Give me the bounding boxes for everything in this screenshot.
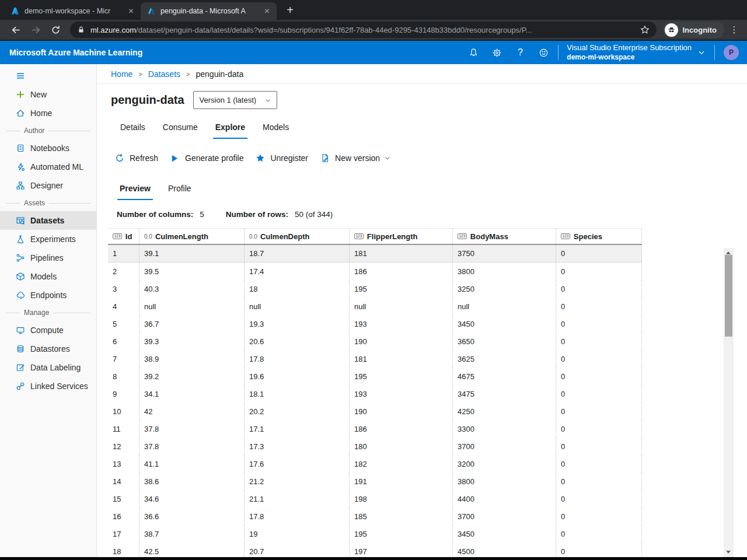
table-row-12[interactable]: 1237.817.318037000 <box>108 438 642 455</box>
notifications-bell-icon[interactable] <box>462 41 485 64</box>
breadcrumb-datasets[interactable]: Datasets <box>148 69 180 79</box>
new-tab-button[interactable]: + <box>282 3 298 18</box>
table-row-3[interactable]: 340.31819532500 <box>108 280 642 298</box>
table-row-6[interactable]: 639.320.619036500 <box>108 332 642 350</box>
sidebar-item-data-labeling[interactable]: Data Labeling <box>0 358 96 377</box>
browser-tab-active[interactable]: penguin-data - Microsoft A ✕ <box>141 2 277 20</box>
browser-tab-inactive[interactable]: demo-ml-workspace - Micr ✕ <box>5 2 141 20</box>
table-row-13[interactable]: 1341.117.618232000 <box>108 455 642 473</box>
refresh-button[interactable]: Refresh <box>114 153 158 163</box>
subtab-profile[interactable]: Profile <box>166 184 194 200</box>
cell: 39.5 <box>139 262 244 280</box>
unregister-button[interactable]: Unregister <box>255 153 308 163</box>
sidebar-item-pipelines[interactable]: Pipelines <box>0 249 96 267</box>
float-type-icon: 0.0 <box>144 233 152 240</box>
column-header-culmenlength[interactable]: 0.0CulmenLength <box>139 229 244 244</box>
integer-type-icon: 123 <box>561 233 570 240</box>
cell: 3 <box>108 280 139 298</box>
sidebar-item-notebooks[interactable]: Notebooks <box>0 139 96 158</box>
tab-consume[interactable]: Consume <box>160 123 200 139</box>
feedback-smiley-icon[interactable] <box>532 41 555 64</box>
tab-explore[interactable]: Explore <box>213 123 247 139</box>
cell: 3750 <box>452 245 556 262</box>
designer-icon <box>15 181 25 191</box>
column-header-culmendepth[interactable]: 0.0CulmenDepth <box>244 229 349 244</box>
sidebar-item-models[interactable]: Models <box>0 267 96 286</box>
tab-close-icon[interactable]: ✕ <box>126 6 136 16</box>
tab-models[interactable]: Models <box>260 123 291 139</box>
cell: 0 <box>556 420 642 438</box>
table-row-17[interactable]: 1738.71919534500 <box>108 525 642 542</box>
sidebar-item-designer[interactable]: Designer <box>0 176 96 195</box>
azure-ml-favicon <box>146 6 156 16</box>
cell: 4675 <box>452 368 556 385</box>
table-row-8[interactable]: 839.219.619546750 <box>108 368 642 385</box>
reload-icon[interactable] <box>47 22 64 38</box>
help-icon[interactable]: ? <box>508 41 532 64</box>
sidebar-item-datasets[interactable]: Datasets <box>0 211 96 230</box>
sidebar-item-linked-services[interactable]: Linked Services <box>0 377 96 396</box>
breadcrumb: Home > Datasets > penguin-data <box>97 64 747 84</box>
integer-type-icon: 123 <box>354 233 364 240</box>
workspace-selector[interactable]: Visual Studio Enterprise Subscription de… <box>567 43 692 62</box>
back-icon[interactable] <box>8 22 24 38</box>
forward-icon[interactable] <box>27 22 44 38</box>
table-row-10[interactable]: 104220.219042500 <box>108 402 642 420</box>
sidebar-item-endpoints[interactable]: Endpoints <box>0 286 96 304</box>
generate-profile-button[interactable]: Generate profile <box>170 153 243 163</box>
table-row-1[interactable]: 139.118.718137500 <box>108 245 642 262</box>
cell: 19.6 <box>244 368 349 385</box>
float-type-icon: 0.0 <box>249 233 257 240</box>
incognito-icon <box>665 23 678 37</box>
table-row-14[interactable]: 1438.621.219138000 <box>108 473 642 490</box>
hamburger-menu-icon[interactable] <box>0 66 96 85</box>
cell: 37.8 <box>139 420 244 438</box>
cell: 3700 <box>452 438 556 455</box>
table-row-15[interactable]: 1534.621.119844000 <box>108 490 642 508</box>
sidebar: NewHomeAuthorNotebooksAutomated MLDesign… <box>0 64 97 559</box>
endpoints-icon <box>15 290 25 300</box>
subtab-preview[interactable]: Preview <box>117 184 153 200</box>
sidebar-item-new[interactable]: New <box>0 85 96 104</box>
chevron-down-icon[interactable] <box>697 48 706 57</box>
table-row-5[interactable]: 536.719.319334500 <box>108 315 642 332</box>
table-row-11[interactable]: 1137.817.118633000 <box>108 420 642 438</box>
table-row-16[interactable]: 1636.617.818537000 <box>108 508 642 525</box>
column-header-flipperlength[interactable]: 123FlipperLength <box>349 229 452 244</box>
tab-close-icon[interactable]: ✕ <box>262 6 272 16</box>
column-header-id[interactable]: 123Id <box>108 229 139 244</box>
table-row-2[interactable]: 239.517.418638000 <box>108 262 642 280</box>
avatar[interactable]: P <box>724 45 739 60</box>
table-row-4[interactable]: 4nullnullnullnull0 <box>108 298 642 315</box>
breadcrumb-home[interactable]: Home <box>111 69 132 79</box>
sidebar-item-compute[interactable]: Compute <box>0 321 96 340</box>
column-header-species[interactable]: 123Species <box>556 229 642 244</box>
scrollbar-thumb[interactable] <box>725 255 732 337</box>
cell: 39.2 <box>139 368 244 385</box>
sidebar-item-automated-ml[interactable]: Automated ML <box>0 158 96 176</box>
vertical-scrollbar[interactable] <box>724 248 734 557</box>
sidebar-item-experiments[interactable]: Experiments <box>0 230 96 249</box>
table-row-9[interactable]: 934.118.119334750 <box>108 385 642 402</box>
scroll-up-arrow-icon[interactable] <box>726 251 731 254</box>
version-dropdown[interactable]: Version 1 (latest) <box>193 91 277 109</box>
sidebar-item-datastores[interactable]: Datastores <box>0 340 96 358</box>
tab-details[interactable]: Details <box>118 123 148 139</box>
settings-gear-icon[interactable] <box>485 41 508 64</box>
table-row-7[interactable]: 738.917.818136250 <box>108 350 642 368</box>
url-bar[interactable]: ml.azure.com/dataset/penguin-data/latest… <box>70 22 657 38</box>
cell: 7 <box>108 350 139 368</box>
column-header-bodymass[interactable]: 123BodyMass <box>452 229 556 244</box>
sidebar-section-assets: Assets <box>0 195 96 211</box>
newversion-icon <box>320 153 330 163</box>
cell: null <box>452 298 556 315</box>
new-version-button[interactable]: New version <box>320 153 391 163</box>
bookmark-star-icon[interactable] <box>636 25 650 34</box>
sidebar-item-home[interactable]: Home <box>0 104 96 123</box>
cell: 18.7 <box>244 245 349 262</box>
scroll-down-arrow-icon[interactable] <box>726 551 731 554</box>
cell: 0 <box>556 438 642 455</box>
browser-menu-icon[interactable]: ⋮ <box>727 24 741 35</box>
compute-icon <box>15 326 25 335</box>
tab-title: demo-ml-workspace - Micr <box>25 7 123 15</box>
